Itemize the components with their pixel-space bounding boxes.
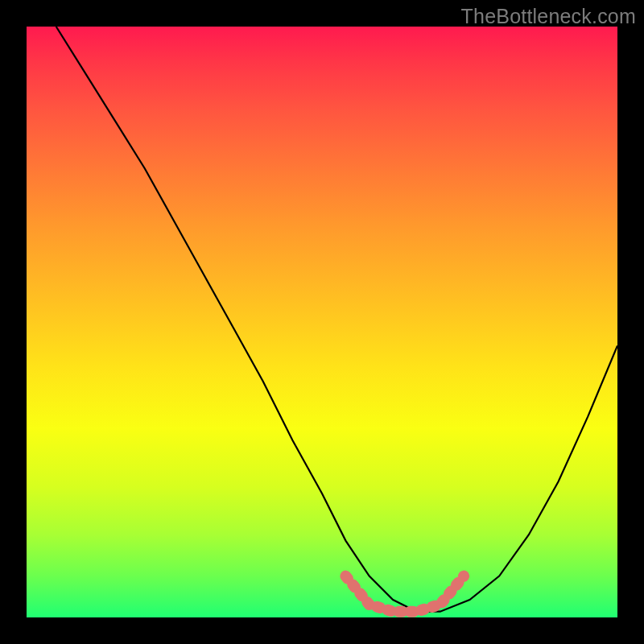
chart-svg — [27, 27, 617, 617]
primary-curve — [56, 27, 617, 612]
watermark-text: TheBottleneck.com — [461, 5, 636, 28]
chart-plot-area — [27, 27, 617, 617]
